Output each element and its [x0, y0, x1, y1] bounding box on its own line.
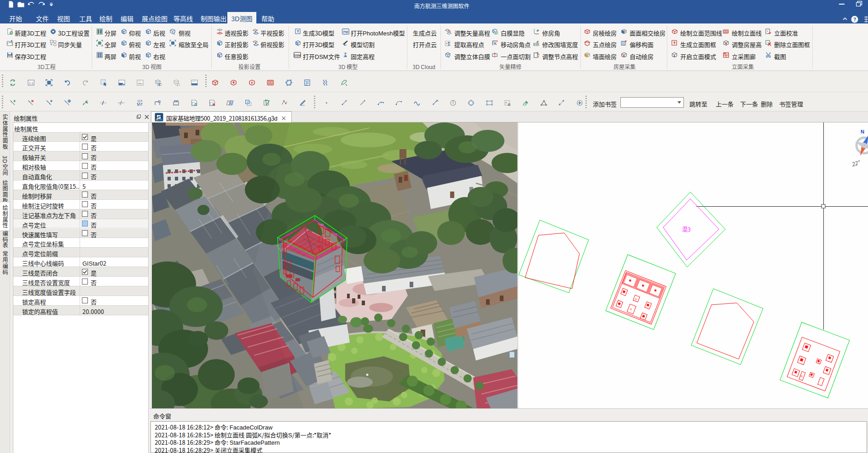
svg-text:PM: PM — [343, 29, 348, 34]
svg-text:123: 123 — [137, 99, 142, 103]
svg-text:H: H — [725, 41, 727, 45]
svg-text:DSM: DSM — [294, 53, 301, 58]
svg-text:h: h — [538, 52, 539, 56]
svg-text:N: N — [861, 128, 864, 135]
svg-text:混3: 混3 — [682, 225, 691, 233]
svg-text:A: A — [623, 53, 625, 58]
svg-text:1:1: 1:1 — [29, 81, 33, 85]
svg-text:h: h — [449, 29, 451, 33]
svg-text:?: ? — [853, 16, 856, 23]
